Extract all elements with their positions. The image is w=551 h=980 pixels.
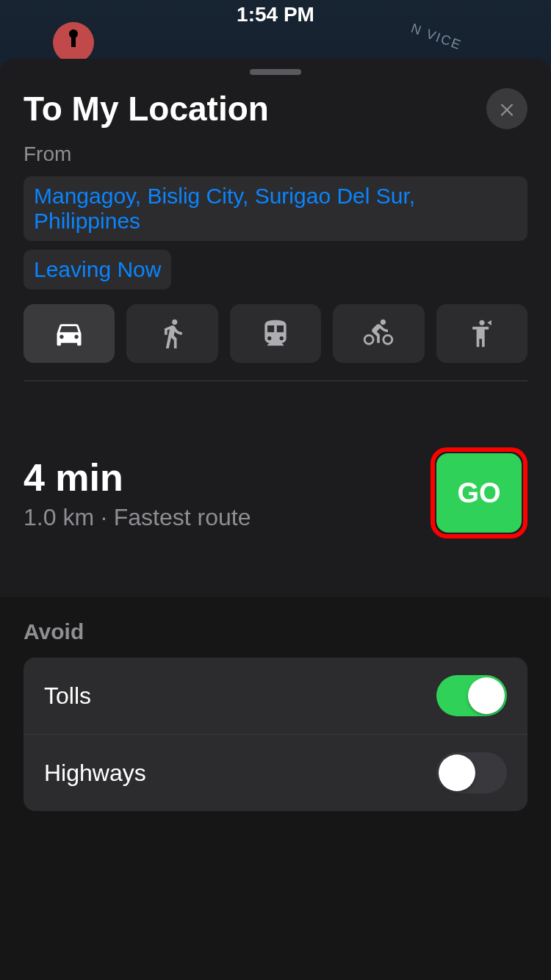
directions-sheet: To My Location From Mangagoy, Bislig Cit… [0, 59, 551, 980]
avoid-label: Highways [44, 760, 146, 787]
from-label: From [0, 129, 551, 176]
close-icon [497, 99, 516, 118]
status-bar: 1:54 PM [0, 0, 551, 29]
mode-transit[interactable] [230, 304, 321, 363]
route-duration: 4 min [24, 455, 251, 500]
departure-chip[interactable]: Leaving Now [24, 250, 171, 289]
walk-icon [156, 317, 189, 350]
car-icon [53, 317, 85, 350]
mode-cycle[interactable] [333, 304, 424, 363]
close-button[interactable] [486, 88, 527, 129]
page-title: To My Location [24, 89, 269, 129]
avoid-label: Tolls [44, 682, 91, 710]
transit-icon [259, 317, 292, 350]
toggle-knob [439, 754, 475, 791]
highways-toggle[interactable] [436, 752, 507, 793]
avoid-list: Tolls Highways [24, 657, 527, 811]
go-highlight: GO [431, 447, 527, 538]
mode-rideshare[interactable] [436, 304, 527, 363]
from-location-chip[interactable]: Mangagoy, Bislig City, Surigao Del Sur, … [24, 176, 527, 241]
avoid-row-tolls: Tolls [24, 657, 527, 734]
rideshare-icon [466, 317, 498, 350]
avoid-row-highways: Highways [24, 734, 527, 811]
go-button[interactable]: GO [436, 453, 522, 533]
bike-icon [362, 317, 395, 350]
mode-drive[interactable] [24, 304, 115, 363]
status-time: 1:54 PM [237, 3, 314, 26]
route-details: 1.0 km · Fastest route [24, 504, 251, 531]
mode-walk[interactable] [126, 304, 217, 363]
tolls-toggle[interactable] [436, 675, 507, 716]
avoid-section-title: Avoid [24, 619, 527, 644]
sheet-grabber[interactable] [250, 69, 301, 75]
toggle-knob [468, 677, 505, 714]
route-info: 4 min 1.0 km · Fastest route [24, 455, 251, 531]
